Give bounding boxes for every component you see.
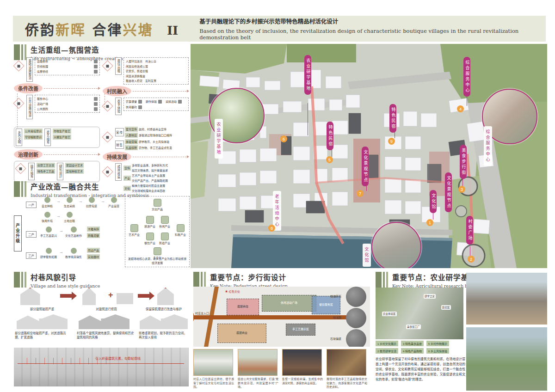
material-swatch-asphalt — [346, 308, 366, 328]
street-photo-shops — [282, 349, 322, 376]
product-chip: 砖雕泥塑 — [87, 233, 100, 238]
item-label: 公共厕所 — [37, 107, 48, 111]
chip-label: 大棚生产技艺 — [53, 135, 71, 140]
pipeline-icon — [94, 65, 98, 68]
chip-label: 创意工艺交流 — [37, 163, 55, 168]
material-label: 石块铺装 — [330, 337, 341, 341]
zone-craft-exhibition: 手工艺展示区 — [286, 324, 315, 336]
street-photo-gateway — [193, 349, 233, 376]
road-icon — [94, 60, 98, 63]
chip-label: 菜地种植艺术 — [65, 169, 84, 174]
title-part-4: 兴塘 — [123, 22, 153, 38]
class-icon — [138, 100, 142, 104]
map-marker-2: 2 — [468, 256, 475, 263]
text-line: 农家乐、民宿长租 — [126, 69, 186, 73]
legend-red-culture: ★ 红色文化 — [225, 289, 240, 294]
people-cube-icon — [13, 60, 24, 71]
plan-label-study-home: 研学之家 — [424, 294, 436, 299]
dashed-arrow — [133, 157, 189, 157]
arrow-icon: → — [56, 214, 61, 218]
arrow-icon: → — [59, 250, 63, 254]
agri-function-tags: 1 乡村文化展示 3 特色美食品尝 5 乡村作物展示 2 教育研学交流 4 特色… — [376, 341, 465, 354]
map-marker-4: 4 — [457, 105, 464, 112]
subtitle-en: Based on the theory of inclusion, the re… — [199, 28, 546, 41]
chip-desc: 农作物、手工艺品设点售卖 — [139, 146, 172, 150]
zone-leisure-plaza: 休闲活动广场 — [262, 295, 316, 312]
farmer-cube-icon — [102, 100, 113, 111]
culture-hall-callout — [371, 222, 421, 268]
item-label: 农事课堂 — [126, 99, 137, 104]
diversification-icon — [154, 247, 161, 255]
flow-label: 手工艺品复兴 — [40, 234, 57, 237]
step-arrow-icon — [138, 294, 150, 298]
side-label: 成效收益 — [115, 163, 122, 181]
note-caption: 街巷重新规划，赋予新的活力空间，再次投入使用 — [139, 331, 189, 340]
axis-label: 产业升级 — [14, 215, 22, 251]
agri-description-paragraph: 农业研学基地保留了村中原有的建筑元素和材质，在场地设计层面上构建一个灵活开放的布… — [376, 357, 465, 382]
section-village-title: 村巷风貌引导 — [31, 272, 100, 282]
function-tag: 2 教育研学交流 — [376, 348, 398, 354]
text-line: 闲置资源换租金 — [126, 74, 186, 78]
flow-label: 研学服务拓展 — [40, 256, 57, 258]
section-agri-title: 重要节点：农业研学基地 — [392, 272, 476, 282]
map-tag-culture-hall-white: 文化馆 — [363, 244, 371, 267]
material-swatch-gravel — [346, 287, 366, 307]
tourism-icon — [146, 216, 154, 224]
item-label: 管线梳理 — [37, 64, 48, 68]
text-line: 人居环境改善 共治公享 — [126, 59, 186, 63]
side-label: 基础设施整治 — [26, 57, 33, 82]
added-building-diagram — [117, 293, 133, 304]
zone-ground-commercial: 底层商业 — [217, 324, 266, 343]
chip-label: 人群效应 — [125, 133, 138, 138]
plan-label-food-factory: 美食加工厂 — [406, 325, 421, 329]
leader-line — [433, 212, 433, 220]
life-diagram: 基础设施整治 道路整修 管线梳理 房屋修缮 条件改善 公共设施增设 服务中心 活… — [14, 57, 189, 179]
panorama-annotation: 引入岭南建筑元素，勾勒轮廓线 — [95, 356, 141, 361]
chip-label: 特色手工艺品 — [37, 169, 55, 174]
packaging-icon — [89, 197, 95, 203]
art-making-icon — [71, 227, 77, 233]
hub-label: 休闲产业 — [159, 225, 170, 228]
cultural-product-icon — [154, 199, 161, 207]
branch-primary: 一产 — [26, 202, 37, 208]
map-tag-senior-center: 老年活动中心 — [273, 191, 281, 231]
node-label-condition: 条件改善 — [14, 83, 43, 93]
chip-desc: 政府、村委会商业宣传 — [139, 127, 166, 131]
plan-label-homestay: 民宿区 — [441, 305, 451, 310]
item-label: 服务中心 — [37, 97, 48, 101]
hub-label: 旅游产业 — [144, 225, 155, 228]
planting-icon — [44, 197, 50, 203]
gear-cube-icon — [15, 163, 26, 174]
leader-line — [470, 246, 470, 257]
lane-buildings-diagram — [140, 314, 188, 329]
photo-caption: 展现村落的手工艺品和独特的文化魅力，向游客展示文化遗产和历史资料。 — [327, 377, 367, 389]
map-tag-service-center: 综合服务中心 — [463, 57, 470, 97]
map-tag-culture-node-1: 文化景观节点 — [362, 147, 369, 186]
map-marker-3: 3 — [458, 186, 465, 193]
map-tag-food-street: 美食步行街 — [460, 145, 467, 179]
flow-label: 土地出租 — [64, 220, 75, 222]
node-label-integration: 村民融入 — [103, 86, 131, 96]
map-tag-homestay-2: 特色民宿 — [327, 122, 333, 150]
repaired-building-diagram — [82, 288, 106, 305]
map-tag-culture-node-2: 文化景观节点 — [445, 172, 452, 212]
homestay-icon — [161, 233, 169, 240]
main-street-road — [193, 315, 351, 319]
benefit-line: 艺术产业带动本土产业发展 — [132, 173, 168, 178]
item-label: 休闲垂钓 — [126, 105, 137, 109]
title-number: II — [167, 24, 178, 37]
chip-label: 礼品馈赠 — [125, 145, 138, 150]
picking-icon — [67, 197, 73, 203]
plan-label-farm-experience: 农业体验区 — [382, 312, 397, 316]
agri-base-aerial-plan: 研学之家 民宿区 农业体验区 美食加工厂 — [376, 288, 463, 339]
arrow-icon: → — [59, 228, 63, 233]
agri-garden-photo — [466, 327, 547, 391]
panorama-shadow — [14, 374, 189, 386]
photo-caption: 集聚一定规模商铺，生成集中的满足村民、游客的商业街区。 — [282, 377, 323, 385]
section-life-title: 生活重组—氛围营造 — [31, 44, 123, 55]
map-marker-5: 5 — [326, 156, 333, 163]
node-label-sustainable: 持续发展 — [103, 152, 131, 162]
title-part-2: 新晖 — [56, 22, 86, 38]
map-marker-9: 9 — [388, 138, 395, 145]
vendor-cube-icon — [102, 131, 113, 142]
